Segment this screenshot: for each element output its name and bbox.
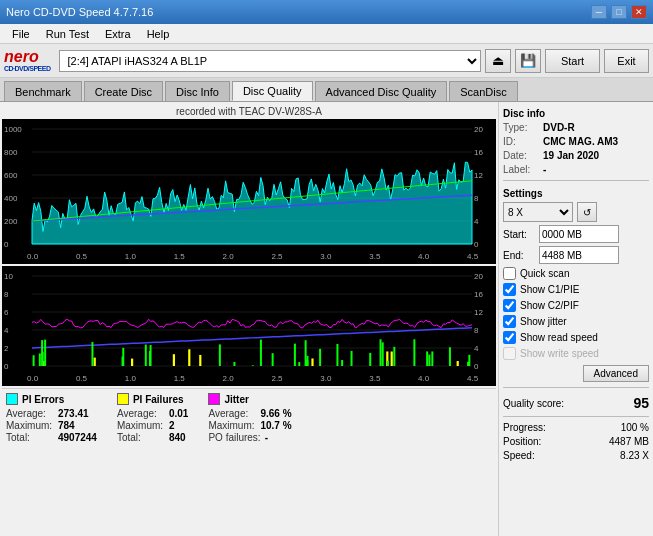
tab-scandisc[interactable]: ScanDisc: [449, 81, 517, 101]
position-value: 4487 MB: [609, 436, 649, 447]
speed-selector[interactable]: 8 X: [503, 202, 573, 222]
quick-scan-checkbox[interactable]: [503, 267, 516, 280]
jitter-max-value: 10.7 %: [260, 420, 291, 431]
pi-errors-max-value: 784: [58, 420, 75, 431]
show-c2pif-label: Show C2/PIF: [520, 300, 579, 311]
id-value: CMC MAG. AM3: [543, 136, 618, 147]
advanced-button[interactable]: Advanced: [583, 365, 649, 382]
tab-disc-quality[interactable]: Disc Quality: [232, 81, 313, 101]
exit-button[interactable]: Exit: [604, 49, 649, 73]
show-write-speed-label: Show write speed: [520, 348, 599, 359]
jitter-po-label: PO failures:: [208, 432, 260, 443]
pi-errors-avg-value: 273.41: [58, 408, 89, 419]
pi-failures-avg-label: Average:: [117, 408, 165, 419]
window-controls: ─ □ ✕: [591, 5, 647, 19]
show-jitter-label: Show jitter: [520, 316, 567, 327]
pi-errors-stats: PI Errors Average: 273.41 Maximum: 784 T…: [6, 393, 97, 456]
start-button[interactable]: Start: [545, 49, 600, 73]
pi-failures-color: [117, 393, 129, 405]
pi-failures-total-label: Total:: [117, 432, 165, 443]
quality-score-value: 95: [633, 395, 649, 411]
id-label: ID:: [503, 136, 539, 147]
show-write-speed-checkbox: [503, 347, 516, 360]
menu-run-test[interactable]: Run Test: [38, 27, 97, 41]
pi-errors-total-label: Total:: [6, 432, 54, 443]
pi-failures-stats: PI Failures Average: 0.01 Maximum: 2 Tot…: [117, 393, 188, 456]
pi-failures-title: PI Failures: [133, 394, 184, 405]
tab-bar: Benchmark Create Disc Disc Info Disc Qua…: [0, 78, 653, 102]
menu-extra[interactable]: Extra: [97, 27, 139, 41]
jitter-po-value: -: [265, 432, 268, 443]
right-panel: Disc info Type: DVD-R ID: CMC MAG. AM3 D…: [498, 102, 653, 536]
tab-disc-info[interactable]: Disc Info: [165, 81, 230, 101]
jitter-stats: Jitter Average: 9.66 % Maximum: 10.7 % P…: [208, 393, 291, 456]
toolbar: nero CD·DVD/SPEED [2:4] ATAPI iHAS324 A …: [0, 44, 653, 78]
show-jitter-checkbox[interactable]: [503, 315, 516, 328]
pi-errors-max-label: Maximum:: [6, 420, 54, 431]
speed-prog-label: Speed:: [503, 450, 535, 461]
disc-info-title: Disc info: [503, 108, 649, 119]
app-logo: nero CD·DVD/SPEED: [4, 49, 51, 72]
save-icon-button[interactable]: 💾: [515, 49, 541, 73]
logo-nero: nero: [4, 49, 39, 65]
jitter-avg-value: 9.66 %: [260, 408, 291, 419]
end-mb-input[interactable]: [539, 246, 619, 264]
jitter-title: Jitter: [224, 394, 248, 405]
refresh-button[interactable]: ↺: [577, 202, 597, 222]
tab-advanced-disc-quality[interactable]: Advanced Disc Quality: [315, 81, 448, 101]
position-label: Position:: [503, 436, 541, 447]
tab-benchmark[interactable]: Benchmark: [4, 81, 82, 101]
settings-title: Settings: [503, 188, 649, 199]
type-label: Type:: [503, 122, 539, 133]
divider-1: [503, 180, 649, 181]
progress-value: 100 %: [621, 422, 649, 433]
app-title: Nero CD-DVD Speed 4.7.7.16: [6, 6, 153, 18]
pi-failures-avg-value: 0.01: [169, 408, 188, 419]
show-read-speed-checkbox[interactable]: [503, 331, 516, 344]
pi-errors-color: [6, 393, 18, 405]
start-mb-label: Start:: [503, 229, 535, 240]
chart-area: recorded with TEAC DV-W28S-A PI Errors A…: [0, 102, 498, 536]
speed-prog-value: 8.23 X: [620, 450, 649, 461]
jitter-color: [208, 393, 220, 405]
type-value: DVD-R: [543, 122, 575, 133]
pi-errors-avg-label: Average:: [6, 408, 54, 419]
divider-2: [503, 387, 649, 388]
upper-chart: [2, 119, 496, 264]
show-c1pie-label: Show C1/PIE: [520, 284, 579, 295]
pi-errors-total-value: 4907244: [58, 432, 97, 443]
pi-errors-title: PI Errors: [22, 394, 64, 405]
date-label: Date:: [503, 150, 539, 161]
menubar: File Run Test Extra Help: [0, 24, 653, 44]
stats-bar: PI Errors Average: 273.41 Maximum: 784 T…: [2, 388, 496, 460]
divider-3: [503, 416, 649, 417]
disc-label-label: Label:: [503, 164, 539, 175]
drive-selector[interactable]: [2:4] ATAPI iHAS324 A BL1P: [59, 50, 481, 72]
logo-sub: CD·DVD/SPEED: [4, 65, 51, 72]
pi-failures-total-value: 840: [169, 432, 186, 443]
eject-icon-button[interactable]: ⏏: [485, 49, 511, 73]
pi-failures-max-value: 2: [169, 420, 175, 431]
show-c1pie-checkbox[interactable]: [503, 283, 516, 296]
pi-failures-max-label: Maximum:: [117, 420, 165, 431]
chart-header: recorded with TEAC DV-W28S-A: [2, 104, 496, 119]
minimize-button[interactable]: ─: [591, 5, 607, 19]
date-value: 19 Jan 2020: [543, 150, 599, 161]
jitter-max-label: Maximum:: [208, 420, 256, 431]
disc-label-value: -: [543, 164, 546, 175]
quick-scan-label: Quick scan: [520, 268, 569, 279]
maximize-button[interactable]: □: [611, 5, 627, 19]
show-c2pif-checkbox[interactable]: [503, 299, 516, 312]
main-content: recorded with TEAC DV-W28S-A PI Errors A…: [0, 102, 653, 536]
progress-label: Progress:: [503, 422, 546, 433]
end-mb-label: End:: [503, 250, 535, 261]
tab-create-disc[interactable]: Create Disc: [84, 81, 163, 101]
menu-help[interactable]: Help: [139, 27, 178, 41]
titlebar: Nero CD-DVD Speed 4.7.7.16 ─ □ ✕: [0, 0, 653, 24]
quality-score-label: Quality score:: [503, 398, 564, 409]
show-read-speed-label: Show read speed: [520, 332, 598, 343]
lower-chart: [2, 266, 496, 386]
menu-file[interactable]: File: [4, 27, 38, 41]
close-button[interactable]: ✕: [631, 5, 647, 19]
start-mb-input[interactable]: [539, 225, 619, 243]
